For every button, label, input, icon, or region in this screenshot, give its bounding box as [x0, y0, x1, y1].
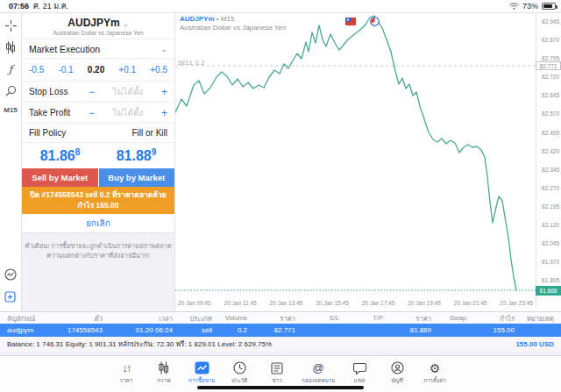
- chevron-down-icon: ⌄: [160, 45, 167, 53]
- crosshair-icon[interactable]: [5, 20, 17, 32]
- price-tick: 82.720: [542, 75, 559, 81]
- time-tick: 20 Jan 11:45: [224, 300, 257, 306]
- volume-minus-large-button[interactable]: -0.5: [29, 65, 44, 75]
- sell-by-market-button[interactable]: Sell by Market: [22, 168, 98, 187]
- col-time: เวลา: [110, 313, 180, 324]
- price-tick: 82.870: [542, 38, 559, 44]
- time-tick: 20 Jan 21:45: [454, 300, 487, 306]
- col-note: หมายเหตุ: [522, 313, 561, 324]
- indicators-candles-icon[interactable]: [5, 41, 16, 53]
- account-person-icon: [391, 360, 404, 375]
- close-position-banner[interactable]: ปิด #174558543 sell 0.2 ที่ราคาตลาดด้วย …: [22, 187, 174, 214]
- objects-icon[interactable]: [5, 85, 17, 96]
- nav-quotes[interactable]: ↓↑ ราคา: [113, 360, 139, 385]
- execution-warning: คำเตือน! การซื้อขายจะถูกดำเนินการตามสภาพ…: [22, 233, 174, 311]
- quick-trade-icon[interactable]: [4, 268, 17, 281]
- take-profit-minus-button[interactable]: −: [89, 107, 95, 119]
- nav-settings[interactable]: ⚙ การตั้งค่า: [422, 360, 448, 385]
- account-summary-row: Balance: 1 746.31 Equity: 1 901.31 หลักป…: [0, 337, 561, 352]
- price-tick: 81.970: [542, 260, 559, 266]
- cell-symbol: audjpym: [0, 326, 61, 334]
- fill-policy-label: Fill Policy: [29, 128, 66, 138]
- col-type: ประเภท: [180, 313, 219, 324]
- new-order-icon[interactable]: [4, 291, 16, 303]
- price-tick: 82.195: [542, 204, 559, 210]
- price-chart[interactable]: [175, 13, 536, 310]
- price-tick: 82.120: [542, 223, 559, 229]
- volume-plus-small-button[interactable]: +0.1: [118, 65, 136, 75]
- stop-loss-minus-button[interactable]: −: [89, 86, 95, 98]
- table-header-row: สัญลักษณ์ ตั๋ว เวลา ประเภท Volume ราคา S…: [0, 312, 561, 324]
- sell-line-label: SELL 0.2: [178, 60, 205, 66]
- bid-price: 81.868: [22, 147, 98, 164]
- price-axis: 82.945 82.870 82.795 82.720 82.645 82.57…: [536, 13, 561, 310]
- col-volume: Volume: [219, 314, 254, 322]
- positions-table: สัญลักษณ์ ตั๋ว เวลา ประเภท Volume ราคา S…: [0, 311, 561, 356]
- col-tp: T/P: [346, 314, 390, 322]
- history-clock-icon: [233, 360, 246, 375]
- take-profit-plus-button[interactable]: +: [161, 107, 167, 119]
- sell-price-tag: 82.771: [536, 61, 561, 70]
- current-price-tag: 81.868: [536, 286, 561, 296]
- fill-policy-row[interactable]: Fill Policy Fill or Kill: [22, 123, 174, 142]
- position-row-selected[interactable]: audjpym 174558543 01.20 06:24 sell 0.2 8…: [0, 324, 561, 337]
- col-price-current: ราคา: [390, 313, 438, 324]
- news-flag-icon[interactable]: [345, 18, 356, 25]
- ask-price: 81.889: [98, 147, 174, 164]
- nav-history[interactable]: ประวัติ: [226, 360, 252, 385]
- battery-icon: [542, 3, 556, 10]
- take-profit-label: Take Profit: [29, 108, 83, 118]
- price-tick: 82.495: [542, 131, 559, 137]
- price-tick: 82.345: [542, 167, 559, 174]
- stop-loss-label: Stop Loss: [29, 87, 83, 96]
- volume-value[interactable]: 0.20: [88, 65, 104, 75]
- volume-minus-small-button[interactable]: -0.1: [58, 65, 73, 75]
- col-symbol: สัญลักษณ์: [0, 313, 61, 324]
- status-bar: 07:56 ศ. 21 ม.ค. 73%: [0, 0, 561, 12]
- time-tick: 20 Jan 15:45: [316, 300, 349, 306]
- price-line-series: [175, 16, 516, 290]
- time-tick: 20 Jan 09:45: [178, 300, 211, 306]
- candlestick-chart-icon: [158, 360, 169, 375]
- newspaper-icon: [271, 360, 283, 375]
- execution-mode-value: Market Execution: [29, 44, 100, 54]
- price-tick: 82.945: [542, 19, 559, 25]
- home-indicator[interactable]: [197, 386, 364, 389]
- symbol-description: Australian Dollar vs Japanese Yen: [22, 30, 174, 36]
- time-tick: 20 Jan 23:45: [500, 300, 533, 306]
- col-price-open: ราคา: [254, 313, 302, 324]
- take-profit-value[interactable]: ไม่ได้ตั้ง: [95, 106, 161, 119]
- nav-chat[interactable]: แชท: [346, 360, 373, 385]
- cell-time: 01.20 06:24: [110, 326, 180, 334]
- symbol-name: AUDJPYm: [67, 17, 119, 29]
- nav-news[interactable]: ข่าว: [264, 360, 290, 385]
- cancel-button[interactable]: ยกเลิก: [22, 214, 174, 233]
- timeframe-button[interactable]: M15: [4, 106, 18, 114]
- time-axis: 20 Jan 09:45 20 Jan 11:45 20 Jan 13:45 2…: [175, 300, 536, 306]
- trade-chart-icon: [195, 360, 209, 375]
- session-clock-icon[interactable]: [370, 17, 380, 26]
- wifi-icon: [509, 3, 519, 10]
- cell-price-open: 82.771: [254, 326, 302, 334]
- nav-trade[interactable]: การซื้อขาย: [188, 360, 215, 385]
- nav-mailbox[interactable]: @ กล่องจดหมาย: [302, 360, 335, 385]
- nav-accounts[interactable]: บัญชี: [384, 360, 410, 385]
- volume-plus-large-button[interactable]: +0.5: [150, 65, 167, 75]
- chart-pane[interactable]: AUDJPYm • M15 Australian Dollar vs Japan…: [175, 13, 561, 311]
- symbol-selector[interactable]: AUDJPYm ⌄: [22, 17, 174, 29]
- stop-loss-value[interactable]: ไม่ได้ตั้ง: [95, 85, 161, 98]
- cell-price-current: 81.889: [390, 326, 438, 334]
- price-tick: 82.645: [542, 93, 559, 99]
- account-summary: Balance: 1 746.31 Equity: 1 901.31 หลักป…: [0, 339, 272, 350]
- buy-by-market-button[interactable]: Buy by Market: [99, 168, 175, 187]
- cell-volume: 0.2: [219, 326, 254, 334]
- cell-type: sell: [180, 326, 219, 334]
- cell-profit: 155.00: [473, 326, 522, 334]
- nav-chart[interactable]: กราฟ: [151, 360, 177, 385]
- chart-tool-rail: ƒ M15: [0, 13, 22, 311]
- stop-loss-plus-button[interactable]: +: [161, 86, 167, 98]
- time-tick: 20 Jan 13:45: [270, 300, 303, 306]
- functions-icon[interactable]: ƒ: [9, 63, 12, 75]
- col-profit: กำไร: [473, 313, 522, 324]
- execution-mode-dropdown[interactable]: Market Execution ⌄: [22, 39, 174, 58]
